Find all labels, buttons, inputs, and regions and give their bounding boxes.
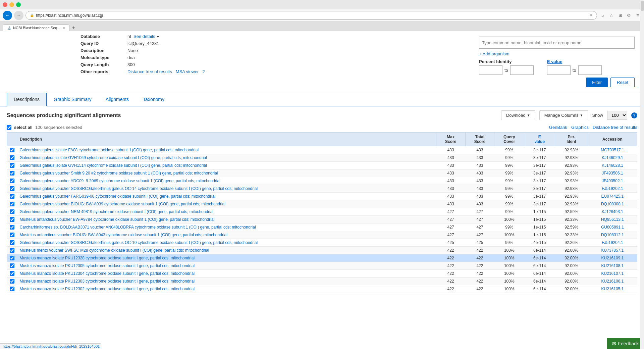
row-desc-link-2[interactable]: Galeorhinus galeus isolate GVH1514 cytoc…	[20, 163, 207, 168]
accession-link-10[interactable]: GU805891.1	[601, 225, 624, 230]
row-checkbox-12[interactable]	[10, 240, 14, 245]
accession-link-14[interactable]: KU216109.1	[601, 256, 624, 260]
accession-link-11[interactable]: DQ108312.1	[601, 233, 624, 237]
row-checkbox-6[interactable]	[10, 194, 14, 199]
show-select[interactable]: 100 50 25 200	[607, 111, 627, 120]
row-desc-link-8[interactable]: Galeorhinus galeus voucher NRM 49819 cyt…	[20, 209, 214, 214]
row-checkbox-10[interactable]	[10, 225, 14, 230]
accession-link-3[interactable]: JF493506.1	[602, 171, 623, 176]
row-checkbox-11[interactable]	[10, 233, 14, 237]
row-desc-link-5[interactable]: Galeorhinus galeus voucher SOSSRC:Galeor…	[20, 186, 258, 191]
accession-link-0[interactable]: MG703517.1	[601, 148, 624, 152]
row-desc-link-17[interactable]: Mustelus manazo isolate PKU12303 cytochr…	[20, 279, 195, 284]
new-tab-button[interactable]: +	[69, 25, 78, 31]
distance-tree-link[interactable]: Distance tree of results	[127, 69, 172, 74]
percent-identity-to-input[interactable]	[510, 65, 534, 75]
accession-link-4[interactable]: JF493502.1	[602, 179, 623, 183]
row-checkbox-15[interactable]	[10, 263, 14, 268]
tab-alignments[interactable]: Alignments	[99, 93, 136, 106]
address-bar[interactable]: 🔒 https://blast.ncbi.nlm.nih.gov/Blast.c…	[25, 11, 597, 20]
row-desc-link-15[interactable]: Mustelus manazo isolate PKU12305 cytochr…	[20, 263, 195, 268]
row-checkbox-5[interactable]	[10, 186, 14, 191]
graphics-link[interactable]: Graphics	[571, 125, 589, 130]
row-checkbox-14[interactable]	[10, 256, 14, 260]
row-checkbox-8[interactable]	[10, 209, 14, 214]
minimize-button[interactable]	[9, 2, 14, 7]
tab-descriptions[interactable]: Descriptions	[7, 93, 47, 106]
help-icon[interactable]: ?	[631, 112, 637, 118]
accession-link-8[interactable]: KJ128493.1	[602, 209, 623, 214]
forward-button[interactable]: →	[14, 11, 23, 20]
back-button[interactable]: ←	[3, 11, 12, 20]
row-desc-link-4[interactable]: Galeorhinus galeus voucher ADC09_9.20#9 …	[20, 179, 220, 183]
genbank-link[interactable]: GenBank	[549, 125, 567, 130]
see-details-link[interactable]: See details	[133, 34, 155, 39]
tab-graphic-summary[interactable]: Graphic Summary	[47, 93, 99, 106]
row-checkbox-13[interactable]	[10, 248, 14, 253]
accession-link-2[interactable]: KJ146028.1	[602, 163, 623, 168]
accession-link-9[interactable]: HQ956113.1	[601, 217, 624, 222]
manage-columns-button[interactable]: Manage Columns ▼	[539, 110, 588, 120]
row-desc-link-18[interactable]: Mustelus manazo isolate PKU12302 cytochr…	[20, 287, 195, 291]
accession-link-12[interactable]: FJ519204.1	[602, 240, 623, 245]
download-button[interactable]: Download ▼	[501, 110, 535, 120]
row-desc-link-6[interactable]: Galeorhinus galeus voucher FARG039-06 cy…	[20, 194, 216, 199]
accession-link-17[interactable]: KU216106.1	[601, 279, 624, 284]
scrollbar-right[interactable]	[640, 0, 644, 293]
row-checkbox-3[interactable]	[10, 171, 14, 176]
row-checkbox-1[interactable]	[10, 155, 14, 160]
row-desc-link-14[interactable]: Mustelus manazo isolate PKU12328 cytochr…	[20, 256, 195, 260]
accession-link-7[interactable]: DQ108308.1	[601, 202, 624, 206]
filter-button[interactable]: Filter	[586, 78, 608, 87]
e-value-to-input[interactable]	[578, 65, 602, 75]
accession-link-1[interactable]: KJ146029.1	[602, 155, 623, 160]
row-desc-link-3[interactable]: Galeorhinus galeus voucher Smith 9.20 #2…	[20, 171, 218, 176]
row-desc-link-16[interactable]: Mustelus manazo isolate PKU12304 cytochr…	[20, 271, 195, 276]
row-checkbox-18[interactable]	[10, 287, 14, 291]
accession-link-16[interactable]: KU216107.1	[601, 271, 624, 276]
e-value-from[interactable]	[547, 65, 571, 75]
row-checkbox-9[interactable]	[10, 217, 14, 222]
scrollbar-thumb[interactable]	[641, 1, 644, 11]
settings-button[interactable]: ⚙	[625, 12, 633, 19]
row-e-value-18: 6e-114	[524, 285, 555, 293]
row-desc-link-7[interactable]: Galeorhinus galeus voucher BIOUG: BW-A03…	[20, 202, 225, 206]
row-total-score-3: 433	[465, 169, 494, 177]
row-checkbox-0[interactable]	[10, 148, 14, 152]
row-checkbox-16[interactable]	[10, 271, 14, 276]
accession-link-18[interactable]: KU216105.1	[601, 287, 624, 291]
percent-identity-from[interactable]	[479, 65, 502, 75]
select-all-text[interactable]: select all	[14, 125, 33, 130]
active-tab[interactable]: 🔬 NCBI Blast:Nucleotide Seq... ✕	[3, 24, 69, 31]
tab-taxonomy[interactable]: Taxonomy	[136, 93, 171, 106]
close-button[interactable]	[3, 2, 7, 7]
search-nav-button[interactable]: ⌕	[599, 12, 606, 19]
accession-link-5[interactable]: FJ519202.1	[602, 186, 623, 191]
row-desc-link-0[interactable]: Galeorhinus galeus isolate FA08 cytochro…	[20, 148, 199, 152]
accession-link-15[interactable]: KU216108.1	[601, 263, 624, 268]
row-desc-link-1[interactable]: Galeorhinus galeus isolate GVH1069 cytoc…	[20, 155, 207, 160]
help-question-icon[interactable]: ?	[202, 69, 205, 74]
add-organism-link[interactable]: + Add organism	[479, 51, 509, 56]
organism-input[interactable]	[479, 37, 635, 49]
star-button[interactable]: ☆	[608, 12, 615, 19]
accession-link-13[interactable]: KU737857.1	[601, 248, 624, 253]
row-checkbox-7[interactable]	[10, 202, 14, 206]
accession-link-6[interactable]: EU074425.1	[601, 194, 624, 199]
row-desc-link-11[interactable]: Mustelus antarcticus voucher BIOUG: BW-A…	[20, 233, 227, 237]
row-desc-link-13[interactable]: Mustelus mento voucher SWFSC M28 cytochr…	[20, 248, 209, 253]
row-desc-link-10[interactable]: Carcharhiniformes sp. BOLD:AAB3071 vouch…	[20, 225, 256, 230]
row-checkbox-17[interactable]	[10, 279, 14, 284]
row-checkbox-4[interactable]	[10, 179, 14, 183]
reset-button[interactable]: Reset	[610, 78, 635, 87]
tab-close-button[interactable]: ✕	[62, 26, 65, 30]
row-desc-link-12[interactable]: Galeorhinus galeus voucher SOSSRC:Galeor…	[20, 240, 258, 245]
row-checkbox-2[interactable]	[10, 163, 14, 168]
row-desc-link-9[interactable]: Mustelus antarcticus voucher BW-A9784 cy…	[20, 217, 215, 222]
distance-tree-results-link[interactable]: Distance tree of results	[593, 125, 637, 130]
maximize-button[interactable]	[16, 2, 21, 7]
msa-viewer-link[interactable]: MSA viewer	[176, 69, 199, 74]
e-value-label[interactable]: E value	[547, 59, 602, 64]
select-all-checkbox[interactable]	[7, 125, 11, 130]
bookmark-button[interactable]: ⊞	[616, 12, 624, 19]
